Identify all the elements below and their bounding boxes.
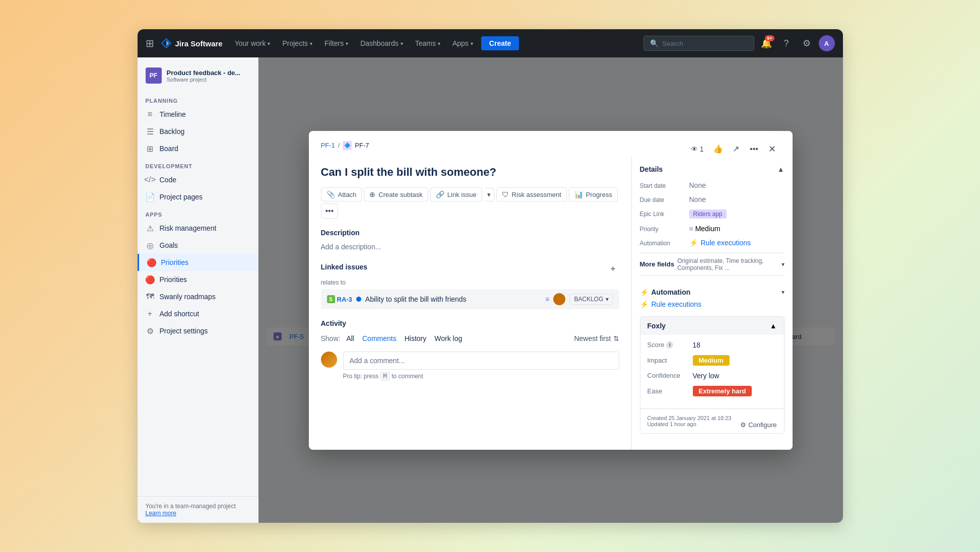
risk-assessment-button[interactable]: 🛡 Risk assessment (496, 187, 567, 201)
description-input[interactable]: Add a description... (321, 241, 619, 253)
more-options-button[interactable]: ••• (746, 141, 762, 157)
foxly-header[interactable]: Foxly ▲ (640, 317, 784, 335)
nav-projects[interactable]: Projects ▾ (278, 36, 316, 50)
issue-title[interactable]: Can I split the bill with someone? (321, 165, 619, 180)
details-collapse-button[interactable]: ▲ (777, 165, 785, 173)
progress-button[interactable]: 📊 Progress (569, 187, 618, 201)
filter-worklog[interactable]: Work log (432, 333, 464, 343)
score-value: 18 (693, 341, 701, 349)
foxly-section: Foxly ▲ Score i 18 (640, 316, 785, 434)
watch-button[interactable]: 👁 1 (687, 141, 708, 157)
sidebar-item-risk-management[interactable]: ⚠ Risk management (138, 220, 258, 237)
user-avatar[interactable]: A (819, 35, 835, 51)
automation-section: ⚡ Automation ▾ ⚡ Rule executions (640, 284, 785, 308)
learn-more-link[interactable]: Learn more (146, 510, 176, 517)
modal-overlay[interactable]: PF-1 / 🔷 PF-7 👁 1 👍 (258, 57, 843, 523)
settings-button[interactable]: ⚙ (799, 35, 815, 51)
sidebar-item-code[interactable]: </> Code (138, 171, 258, 188)
project-type: Software project (167, 77, 250, 83)
foxly-ease-row: Ease Extremely hard (647, 386, 777, 396)
more-fields-toggle[interactable]: More fields Original estimate, Time trac… (640, 253, 785, 276)
relation-label: relates to (321, 279, 619, 286)
breadcrumb-parent[interactable]: PF-1 (321, 142, 335, 149)
rule-exec-link[interactable]: ⚡ Rule executions (640, 300, 785, 308)
search-box[interactable]: 🔍 Search (643, 36, 754, 51)
sidebar-item-goals[interactable]: ◎ Goals (138, 237, 258, 254)
sidebar: PF Product feedback - de... Software pro… (138, 57, 258, 523)
sidebar-item-priorities[interactable]: 🔴 Priorities (138, 254, 258, 271)
filter-comments[interactable]: Comments (360, 333, 399, 343)
automation-label: Automation (651, 288, 691, 296)
filter-history[interactable]: History (403, 333, 429, 343)
linked-issue-title: Ability to split the bill with friends (365, 295, 541, 303)
planning-section-label: PLANNING (138, 92, 258, 106)
foxly-confidence-row: Confidence Very low (647, 372, 777, 380)
add-linked-issue-button[interactable]: + (607, 263, 619, 275)
sidebar-item-priorities-2[interactable]: 🔴 Priorities (138, 271, 258, 288)
chevron-down-icon: ▾ (781, 289, 785, 296)
nav-dashboards[interactable]: Dashboards ▾ (356, 36, 407, 50)
filter-all[interactable]: All (344, 333, 356, 343)
more-toolbar-button[interactable]: ••• (321, 203, 339, 219)
development-section-label: DEVELOPMENT (138, 157, 258, 171)
grid-icon[interactable]: ⊞ (146, 37, 154, 49)
link-issue-button[interactable]: 🔗 Link issue (430, 187, 482, 201)
nav-your-work[interactable]: Your work ▾ (231, 36, 275, 50)
nav-filters[interactable]: Filters ▾ (320, 36, 352, 50)
nav-teams[interactable]: Teams ▾ (411, 36, 444, 50)
sidebar-item-project-pages[interactable]: 📄 Project pages (138, 188, 258, 205)
ease-badge[interactable]: Extremely hard (693, 386, 752, 396)
sidebar-item-project-settings[interactable]: ⚙ Project settings (138, 322, 258, 339)
share-button[interactable]: ↗ (728, 141, 744, 157)
issue-status-badge[interactable]: BACKLOG ▾ (569, 294, 613, 305)
impact-label: Impact (647, 357, 693, 364)
priorities2-icon: 🔴 (146, 275, 155, 284)
due-date-value[interactable]: None (689, 195, 785, 203)
foxly-impact-row: Impact Medium (647, 355, 777, 366)
create-button[interactable]: Create (481, 36, 519, 50)
foxly-title: Foxly (647, 322, 666, 330)
details-title: Details (640, 165, 663, 173)
nav-apps[interactable]: Apps ▾ (448, 36, 477, 50)
progress-icon: 📊 (574, 190, 583, 198)
configure-button[interactable]: ⚙ Configure (740, 421, 776, 429)
epic-badge[interactable]: Riders app (689, 210, 727, 219)
comment-input[interactable]: Add a comment... (343, 352, 619, 370)
automation-header[interactable]: ⚡ Automation ▾ (640, 284, 785, 300)
project-info: Product feedback - de... Software projec… (167, 69, 250, 83)
issue-toolbar: 📎 Attach ⊕ Create subtask 🔗 Link issue (321, 187, 619, 219)
sidebar-item-label: Code (160, 176, 176, 184)
start-date-value[interactable]: None (689, 181, 785, 189)
sidebar-item-swanly-roadmaps[interactable]: 🗺 Swanly roadmaps (138, 288, 258, 305)
created-text: Created 25 January 2021 at 18:23 (647, 415, 732, 421)
help-button[interactable]: ? (778, 35, 795, 51)
confidence-label: Confidence (647, 372, 693, 379)
sidebar-item-add-shortcut[interactable]: + Add shortcut (138, 305, 258, 322)
backlog-icon: ☰ (146, 127, 155, 136)
rule-executions-link[interactable]: ⚡ Rule executions (689, 239, 751, 247)
notification-count: 9+ (765, 35, 774, 41)
sidebar-item-timeline[interactable]: ≡ Timeline (138, 106, 258, 123)
app-logo[interactable]: Jira Software (160, 37, 223, 49)
priority-value[interactable]: ≡ Medium (689, 225, 721, 233)
search-icon: 🔍 (650, 39, 659, 47)
app-body: PF Product feedback - de... Software pro… (138, 57, 843, 523)
story-icon: S (327, 295, 335, 303)
impact-badge[interactable]: Medium (693, 355, 730, 366)
create-subtask-button[interactable]: ⊕ Create subtask (364, 187, 428, 201)
sidebar-item-board[interactable]: ⊞ Board (138, 140, 258, 157)
sidebar-item-label: Risk management (160, 224, 217, 232)
dropdown-trigger[interactable]: ▾ (484, 188, 494, 201)
timeline-icon: ≡ (146, 110, 155, 119)
activity-section: Activity Show: All Comments History Work… (321, 319, 619, 380)
sidebar-item-backlog[interactable]: ☰ Backlog (138, 123, 258, 140)
issue-id-tag[interactable]: S RA-3 (327, 295, 352, 303)
close-button[interactable]: ✕ (764, 141, 780, 157)
notifications-button[interactable]: 🔔 9+ (758, 35, 774, 51)
sort-button[interactable]: Newest first ⇅ (574, 334, 619, 342)
sidebar-item-label: Swanly roadmaps (160, 293, 216, 301)
lightning-icon-small: ⚡ (640, 300, 648, 308)
attach-button[interactable]: 📎 Attach (321, 187, 362, 201)
comment-row: Add a comment... (321, 352, 619, 370)
like-button[interactable]: 👍 (710, 141, 726, 157)
